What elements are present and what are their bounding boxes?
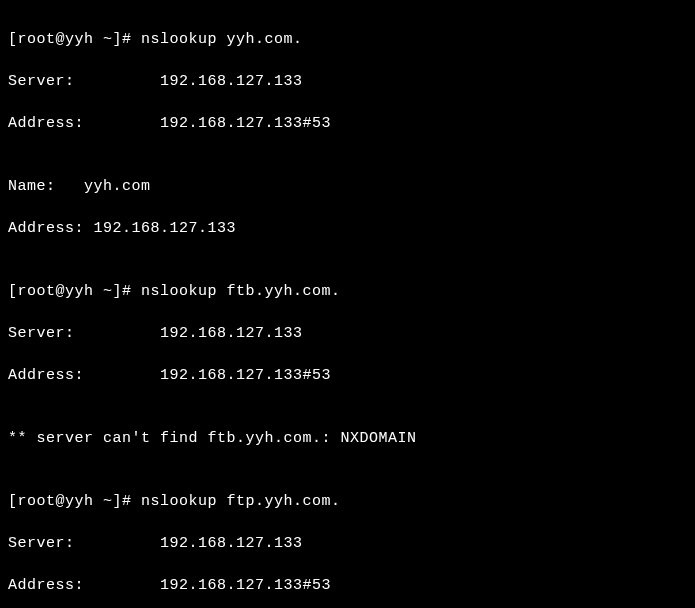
output-line: Address: 192.168.127.133#53 (8, 575, 687, 596)
output-line: Server: 192.168.127.133 (8, 533, 687, 554)
output-line: Address: 192.168.127.133 (8, 218, 687, 239)
output-line: Address: 192.168.127.133#53 (8, 365, 687, 386)
terminal-output[interactable]: [root@yyh ~]# nslookup yyh.com. Server: … (8, 8, 687, 608)
command-line: [root@yyh ~]# nslookup yyh.com. (8, 29, 687, 50)
output-line: Name: yyh.com (8, 176, 687, 197)
command-line: [root@yyh ~]# nslookup ftp.yyh.com. (8, 491, 687, 512)
command-line: [root@yyh ~]# nslookup ftb.yyh.com. (8, 281, 687, 302)
output-line: Address: 192.168.127.133#53 (8, 113, 687, 134)
output-line: Server: 192.168.127.133 (8, 71, 687, 92)
error-line: ** server can't find ftb.yyh.com.: NXDOM… (8, 428, 687, 449)
output-line: Server: 192.168.127.133 (8, 323, 687, 344)
